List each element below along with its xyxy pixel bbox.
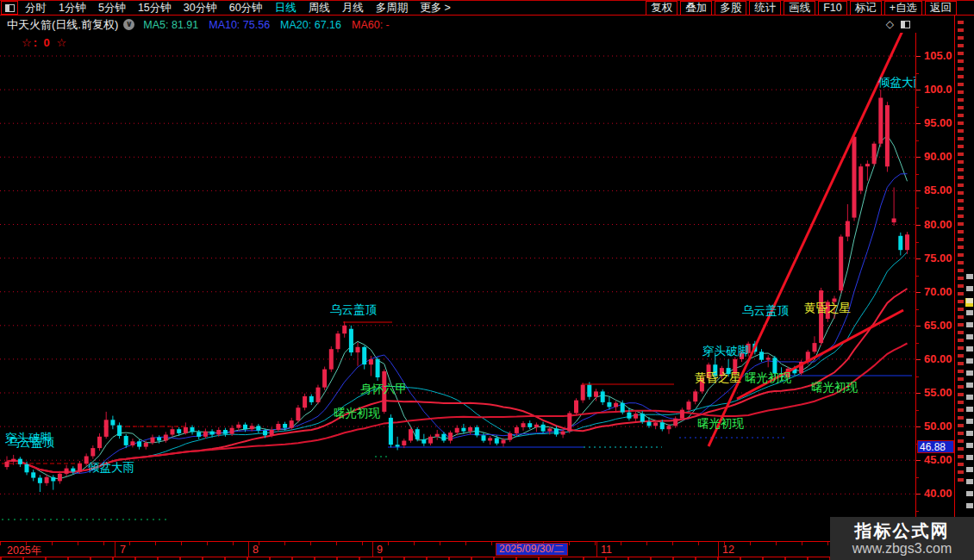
candle-body <box>461 428 465 432</box>
period-tab-15分钟[interactable]: 15分钟 <box>138 1 172 16</box>
axis-minor-tick <box>916 107 919 108</box>
time-axis[interactable]: 2025年78911122025/09/30/二 <box>0 541 974 557</box>
pattern-annotation: 倾盆大雨 <box>88 461 134 474</box>
time-axis-label: 2025年 <box>7 544 41 558</box>
candle-body <box>349 329 353 352</box>
chevron-down-icon[interactable]: ∨ <box>123 19 134 30</box>
candle-body <box>587 385 591 397</box>
month-separator <box>115 542 116 557</box>
period-tab-分时[interactable]: 分时 <box>25 1 47 16</box>
tool-button-复权[interactable]: 复权 <box>646 1 677 16</box>
candle-body <box>190 427 195 432</box>
tool-button-多股[interactable]: 多股 <box>715 1 746 16</box>
chart-area[interactable]: 穿头破脚乌云盖顶倾盆大雨乌云盖顶身怀六甲曙光初现乌云盖顶黄昏之星穿头破脚黄昏之星… <box>0 33 915 541</box>
candle-body <box>130 441 134 445</box>
period-tab-月线[interactable]: 月线 <box>342 1 364 16</box>
axis-tick <box>916 426 921 427</box>
axis-tick <box>916 225 921 226</box>
month-separator <box>718 542 719 557</box>
axis-minor-tick <box>916 343 919 344</box>
price-axis-label: 40.00 <box>924 487 952 500</box>
price-axis-label: 65.00 <box>924 319 952 332</box>
window-panel-button[interactable] <box>1 1 18 15</box>
axis-tick <box>916 494 921 495</box>
axis-tick <box>916 460 921 461</box>
axis-minor-tick <box>916 242 919 243</box>
candle-body <box>38 478 42 483</box>
candle-body <box>885 105 890 166</box>
split-panel-icon[interactable] <box>901 21 910 28</box>
diamond-icon[interactable]: ◇ <box>886 18 894 30</box>
candle-body <box>858 166 863 190</box>
candle-body <box>402 441 406 446</box>
candle-body <box>316 388 321 402</box>
period-tab-1分钟[interactable]: 1分钟 <box>59 1 86 16</box>
candle-body <box>11 459 16 462</box>
candle-body <box>687 401 691 409</box>
axis-tick <box>916 190 921 191</box>
candle-body <box>78 464 82 471</box>
period-tab-30分钟[interactable]: 30分钟 <box>184 1 217 16</box>
candle-body <box>171 429 175 434</box>
tool-button-统计[interactable]: 统计 <box>749 1 781 16</box>
candle-body <box>435 434 440 437</box>
candle-body <box>534 425 539 427</box>
price-axis-label: 60.00 <box>924 352 952 365</box>
axis-tick <box>916 359 921 360</box>
candle-body <box>157 438 161 441</box>
tool-button-叠加[interactable]: 叠加 <box>680 1 712 16</box>
period-tab-更多 >[interactable]: 更多 > <box>420 1 451 16</box>
period-tab-多周期[interactable]: 多周期 <box>376 1 409 16</box>
candle-body <box>819 290 823 343</box>
candle-body <box>276 424 280 430</box>
candle-body <box>574 401 578 414</box>
tool-button-标记[interactable]: 标记 <box>850 1 882 16</box>
pattern-annotation: 倾盆大雨 <box>878 76 915 89</box>
candle-body <box>250 426 254 429</box>
candle-body <box>243 425 247 430</box>
candle-body <box>813 343 817 352</box>
candle-body <box>455 428 459 433</box>
candle-body <box>263 431 267 436</box>
ma-line-55 <box>7 344 908 473</box>
candle-body <box>839 237 843 291</box>
candle-body <box>104 420 109 437</box>
candlestick-chart[interactable]: 穿头破脚乌云盖顶倾盆大雨乌云盖顶身怀六甲曙光初现乌云盖顶黄昏之星穿头破脚黄昏之星… <box>0 33 915 541</box>
candle-body <box>124 436 128 445</box>
axis-tick <box>916 292 921 293</box>
tool-button-返回[interactable]: 返回 <box>925 1 957 16</box>
tool-button-+自选[interactable]: +自选 <box>884 1 922 16</box>
candle-body <box>594 391 598 396</box>
period-tab-日线[interactable]: 日线 <box>275 1 297 16</box>
candle-body <box>528 423 532 427</box>
candle-body <box>601 391 605 402</box>
ma-legend: MA5: 81.91MA10: 75.56MA20: 67.16MA60: - <box>143 19 389 31</box>
candle-body <box>421 439 426 444</box>
period-tab-5分钟[interactable]: 5分钟 <box>98 1 126 16</box>
candle-body <box>216 430 221 435</box>
right-edge-panel <box>954 16 974 517</box>
candle-body <box>290 420 294 428</box>
candle-body <box>283 424 287 428</box>
price-axis-label: 85.00 <box>924 184 952 196</box>
candle-body <box>667 426 671 429</box>
tool-button-F10[interactable]: F10 <box>818 1 847 16</box>
axis-minor-tick <box>916 140 919 141</box>
axis-tick <box>916 90 921 90</box>
axis-minor-tick <box>916 208 919 208</box>
candle-body <box>766 358 771 359</box>
candle-body <box>151 438 155 443</box>
symbol-title: 中天火箭(日线.前复权) <box>7 17 118 33</box>
split-panel-icon <box>5 4 15 12</box>
pattern-annotation: 乌云盖顶 <box>8 436 55 449</box>
price-axis-label: 95.00 <box>924 116 952 129</box>
candle-body <box>415 429 420 439</box>
period-tab-60分钟[interactable]: 60分钟 <box>229 1 263 16</box>
ma-label: MA10: 75.56 <box>209 19 270 31</box>
candle-body <box>117 426 122 437</box>
tool-button-画线[interactable]: 画线 <box>784 1 815 16</box>
candle-body <box>396 445 400 446</box>
candle-body <box>110 420 115 425</box>
axis-minor-tick <box>916 276 919 277</box>
period-tab-周线[interactable]: 周线 <box>309 1 330 16</box>
